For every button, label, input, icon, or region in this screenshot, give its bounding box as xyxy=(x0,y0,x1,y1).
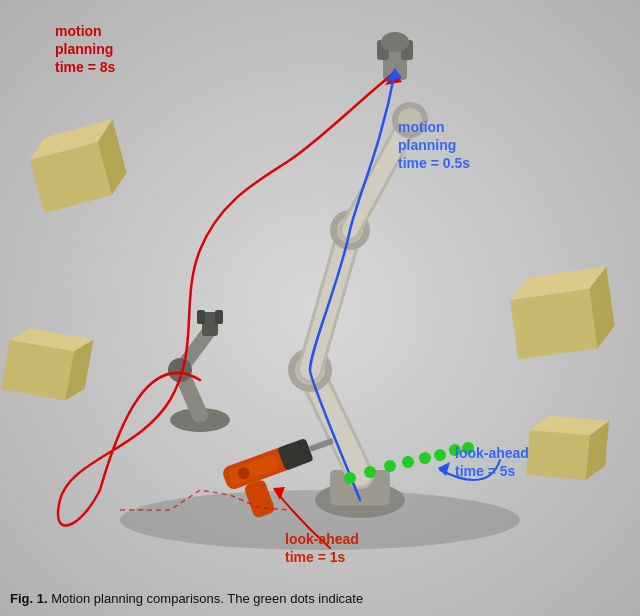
svg-rect-37 xyxy=(197,310,205,324)
svg-rect-38 xyxy=(215,310,223,324)
main-container: motion planning time = 8s motion plannin… xyxy=(0,0,640,616)
svg-point-51 xyxy=(384,460,396,472)
svg-point-31 xyxy=(381,32,409,52)
caption-fig-label: Fig. 1. xyxy=(10,591,48,606)
svg-point-50 xyxy=(364,466,376,478)
caption-text: Motion planning comparisons. The green d… xyxy=(51,591,363,606)
svg-marker-8 xyxy=(510,289,598,360)
svg-point-55 xyxy=(449,444,461,456)
figure-caption: Fig. 1. Motion planning comparisons. The… xyxy=(0,590,640,608)
svg-marker-11 xyxy=(526,430,590,480)
svg-point-52 xyxy=(402,456,414,468)
svg-point-53 xyxy=(419,452,431,464)
svg-point-56 xyxy=(462,442,474,454)
svg-point-27 xyxy=(398,108,422,132)
svg-point-49 xyxy=(344,472,356,484)
svg-point-54 xyxy=(434,449,446,461)
robot-scene xyxy=(0,0,640,616)
